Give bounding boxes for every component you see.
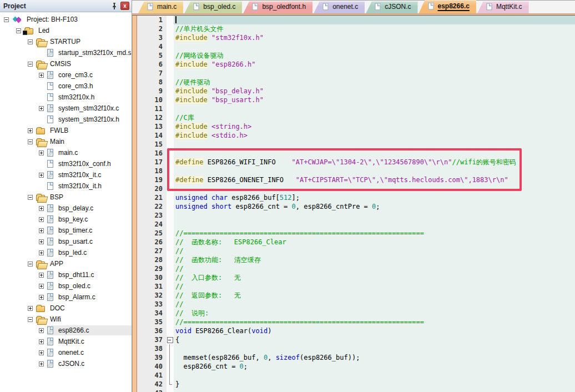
tree-item-projectbh-f103[interactable]: Project: BH-F103	[0, 14, 132, 25]
line-number[interactable]: 30	[137, 273, 167, 282]
tree-item-core_cm3.h[interactable]: core_cm3.h	[0, 81, 132, 92]
line-number[interactable]: 28	[137, 255, 167, 264]
code-text[interactable]	[174, 184, 575, 193]
line-number[interactable]: 42	[137, 380, 167, 389]
line-number[interactable]: 19	[137, 175, 167, 184]
tree-item-cmsis[interactable]: CMSIS	[0, 58, 132, 69]
tree-item-stm32f10x.h[interactable]: stm32f10x.h	[0, 92, 132, 103]
collapse-minus-icon[interactable]	[28, 262, 33, 267]
code-line[interactable]: 16	[137, 149, 575, 158]
tab-mqttkit.c[interactable]: MqttKit.c	[477, 1, 529, 13]
line-number[interactable]: 18	[137, 167, 167, 175]
code-line[interactable]: 17#define ESP8266_WIFI_INFO "AT+CWJAP=\"…	[137, 158, 575, 167]
code-text[interactable]	[174, 167, 575, 175]
code-text[interactable]: // 函数名称: ESP8266_Clear	[174, 238, 575, 247]
pin-icon[interactable]	[110, 2, 119, 10]
code-text[interactable]: #define ESP8266_ONENET_INFO "AT+CIPSTART…	[174, 175, 575, 184]
code-editor[interactable]: 12//单片机头文件3#include "stm32f10x.h"45//网络设…	[137, 16, 575, 392]
code-line[interactable]: 22unsigned short esp8266_cnt = 0, esp826…	[137, 202, 575, 211]
expand-plus-icon[interactable]	[39, 328, 44, 333]
code-line[interactable]: 23	[137, 211, 575, 220]
code-line[interactable]: 15	[137, 140, 575, 149]
close-icon[interactable]: x	[120, 2, 129, 10]
code-text[interactable]: {	[174, 335, 575, 344]
tree-item-cjson.c[interactable]: cJSON.c	[0, 358, 132, 369]
code-line[interactable]: 25//====================================…	[137, 229, 575, 238]
line-number[interactable]: 10	[137, 96, 167, 104]
code-line[interactable]: 20	[137, 184, 575, 193]
line-number[interactable]: 1	[137, 16, 167, 24]
code-line[interactable]: 40 esp8266_cnt = 0;	[137, 362, 575, 371]
expand-plus-icon[interactable]	[39, 228, 44, 233]
code-text[interactable]: //======================================…	[174, 318, 575, 326]
expand-plus-icon[interactable]	[39, 173, 44, 178]
line-number[interactable]: 33	[137, 300, 167, 309]
code-text[interactable]: //硬件驱动	[174, 78, 575, 87]
code-text[interactable]: // 入口参数: 无	[174, 273, 575, 282]
line-number[interactable]: 21	[137, 193, 167, 202]
tree-item-bsp_alarm.c[interactable]: bsp_Alarm.c	[0, 292, 132, 303]
tree-item-main.c[interactable]: main.c	[0, 147, 132, 158]
code-line[interactable]: 7	[137, 69, 575, 78]
tree-item-startup[interactable]: STARTUP	[0, 36, 132, 47]
code-line[interactable]: 43	[137, 389, 575, 392]
code-text[interactable]: //单片机头文件	[174, 24, 575, 33]
line-number[interactable]: 25	[137, 229, 167, 238]
tree-item-wifi[interactable]: Wifi	[0, 314, 132, 325]
code-text[interactable]	[174, 42, 575, 51]
collapse-minus-icon[interactable]	[4, 17, 9, 22]
tree-item-onenet.c[interactable]: onenet.c	[0, 347, 132, 358]
code-text[interactable]: //	[174, 282, 575, 291]
collapse-minus-icon[interactable]	[28, 62, 33, 67]
line-number[interactable]: 9	[137, 87, 167, 96]
code-text[interactable]: #include "stm32f10x.h"	[174, 33, 575, 42]
line-number[interactable]: 14	[137, 131, 167, 140]
expand-plus-icon[interactable]	[39, 295, 44, 300]
code-text[interactable]: //网络设备驱动	[174, 51, 575, 60]
line-number[interactable]: 12	[137, 113, 167, 122]
code-text[interactable]: #include "bsp_usart.h"	[174, 96, 575, 104]
expand-plus-icon[interactable]	[39, 206, 44, 211]
expand-plus-icon[interactable]	[39, 250, 44, 255]
code-line[interactable]: 1	[137, 16, 575, 24]
collapse-minus-icon[interactable]	[16, 28, 21, 33]
expand-plus-icon[interactable]	[39, 361, 44, 366]
collapse-minus-icon[interactable]	[28, 39, 33, 44]
code-text[interactable]	[174, 140, 575, 149]
line-number[interactable]: 34	[137, 309, 167, 318]
code-text[interactable]: // 说明:	[174, 309, 575, 318]
tree-item-startup_stm32f10x_md.s[interactable]: startup_stm32f10x_md.s	[0, 47, 132, 58]
tree-item-doc[interactable]: DOC	[0, 303, 132, 314]
line-number[interactable]: 39	[137, 353, 167, 362]
collapse-minus-icon[interactable]	[28, 317, 33, 322]
line-number[interactable]: 13	[137, 122, 167, 131]
line-number[interactable]: 15	[137, 140, 167, 149]
code-line[interactable]: 27//	[137, 247, 575, 255]
line-number[interactable]: 26	[137, 238, 167, 247]
code-text[interactable]: //C库	[174, 113, 575, 122]
code-line[interactable]: 28// 函数功能: 清空缓存	[137, 255, 575, 264]
tree-item-mqttkit.c[interactable]: MqttKit.c	[0, 336, 132, 347]
tree-item-bsp_timer.c[interactable]: bsp_timer.c	[0, 225, 132, 236]
line-number[interactable]: 3	[137, 33, 167, 42]
code-text[interactable]: unsigned short esp8266_cnt = 0, esp8266_…	[174, 202, 575, 211]
line-number[interactable]: 32	[137, 291, 167, 300]
tab-main.c[interactable]: main.c	[138, 1, 183, 13]
code-text[interactable]: //	[174, 247, 575, 255]
line-number[interactable]: 24	[137, 220, 167, 229]
tab-bsp_oledfont.h[interactable]: bsp_oledfont.h	[243, 1, 312, 13]
code-line[interactable]: 5//网络设备驱动	[137, 51, 575, 60]
line-number[interactable]: 41	[137, 371, 167, 380]
tab-esp8266.c[interactable]: esp8266.c	[419, 0, 476, 13]
code-line[interactable]: 41	[137, 371, 575, 380]
line-number[interactable]: 36	[137, 326, 167, 335]
code-line[interactable]: 29//	[137, 264, 575, 273]
code-text[interactable]	[174, 371, 575, 380]
expand-plus-icon[interactable]	[39, 339, 44, 344]
code-line[interactable]: 24	[137, 220, 575, 229]
collapse-minus-icon[interactable]	[28, 139, 33, 144]
code-line[interactable]: 42}	[137, 380, 575, 389]
code-line[interactable]: 33//	[137, 300, 575, 309]
expand-plus-icon[interactable]	[39, 350, 44, 355]
code-line[interactable]: 14#include <stdio.h>	[137, 131, 575, 140]
